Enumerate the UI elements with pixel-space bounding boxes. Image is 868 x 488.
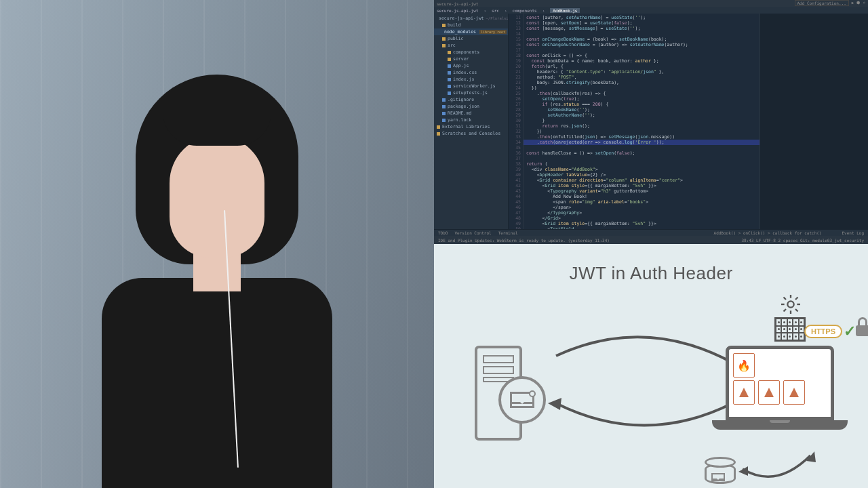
tree-item-package-json[interactable]: package.json [434, 103, 508, 110]
jwt-diagram: JWT in Auth Header [434, 244, 868, 488]
code-editor[interactable]: 11 12 13 14 15 16 17 18 19 20 21 22 23 2… [509, 14, 760, 229]
tree-item-server[interactable]: server [434, 56, 508, 62]
tree-item-serviceworker-js[interactable]: serviceWorker.js [434, 83, 508, 89]
tab-addbook[interactable]: AddBook.js [550, 8, 580, 13]
tree-item--gitignore[interactable]: .gitignore [434, 96, 508, 103]
file-icon [448, 85, 451, 88]
breadcrumb: secure-js-api-jwt › src › components › A… [434, 7, 868, 14]
folder-icon [437, 132, 440, 136]
file-icon [448, 71, 451, 75]
tree-item-secure-js-api-jwt[interactable]: secure-js-api-jwt ~/PluralsightProjects [434, 15, 508, 22]
run-icon[interactable]: ▶ [852, 0, 854, 6]
tab-todo[interactable]: TODO [438, 230, 448, 235]
status-right: 38:43 LF UTF-8 2 spaces Git: module03_jw… [741, 238, 864, 243]
file-icon [448, 92, 451, 95]
folder-icon [442, 44, 446, 47]
lock-icon [854, 317, 868, 336]
gear-icon [781, 295, 800, 314]
firewall-icon [774, 317, 806, 342]
editor-breadcrumb: AddBook() > onClick() > callback for cat… [714, 230, 822, 235]
ide-titlebar: secure-js-api-jwt Add Configuration... ▶… [434, 0, 868, 7]
status-bar: IDE and Plugin Updates: WebStorm is read… [434, 236, 868, 244]
line-gutter: 11 12 13 14 15 16 17 18 19 20 21 22 23 2… [509, 14, 524, 229]
client-laptop-icon: 🔥 [726, 346, 848, 430]
tree-item-readme-md[interactable]: README.md [434, 110, 508, 117]
tree-item-node_modules[interactable]: node_moduleslibrary root [434, 28, 508, 35]
tile-icon [758, 380, 780, 405]
file-icon [442, 112, 446, 115]
svg-line-9 [784, 309, 787, 312]
tree-item-index-js[interactable]: index.js [434, 76, 508, 83]
folder-icon [448, 58, 451, 61]
folder-icon [442, 37, 446, 41]
fire-icon: 🔥 [733, 353, 755, 378]
local-storage-icon [705, 457, 736, 484]
tree-item-src[interactable]: src [434, 42, 508, 49]
folder-icon [442, 24, 446, 27]
bottom-tool-tabs: TODO Version Control Terminal AddBook() … [434, 229, 868, 236]
tree-item-app-js[interactable]: App.js [434, 62, 508, 69]
tree-item-components[interactable]: components [434, 49, 508, 56]
tile-icon [783, 380, 805, 405]
project-tree[interactable]: secure-js-api-jwt ~/PluralsightProjectsb… [434, 14, 509, 229]
svg-line-7 [784, 298, 787, 300]
svg-line-8 [795, 309, 798, 312]
project-name: secure-js-api-jwt [437, 1, 478, 6]
file-icon [442, 119, 446, 122]
request-envelope-icon [498, 376, 546, 424]
file-icon [448, 78, 451, 81]
file-icon [442, 98, 446, 102]
tree-item-build[interactable]: build [434, 22, 508, 28]
tree-item-setuptests-js[interactable]: setupTests.js [434, 89, 508, 96]
tab-terminal[interactable]: Terminal [498, 230, 518, 235]
event-log-button[interactable]: Event Log [842, 230, 864, 235]
code-area[interactable]: const [author, setAuthorName] = useState… [524, 14, 760, 229]
ide-window: secure-js-api-jwt Add Configuration... ▶… [434, 0, 868, 244]
tree-item-scratches-and-consoles[interactable]: Scratches and Consoles [434, 130, 508, 137]
tree-item-external-libraries[interactable]: External Libraries [434, 123, 508, 130]
tree-item-index-css[interactable]: index.css [434, 69, 508, 76]
tab-vcs[interactable]: Version Control [454, 230, 491, 235]
svg-line-10 [795, 298, 798, 300]
status-message: IDE and Plugin Updates: WebStorm is read… [438, 238, 610, 243]
svg-marker-12 [738, 466, 748, 476]
svg-point-2 [787, 301, 793, 307]
debug-icon[interactable]: ⬢ [856, 0, 860, 6]
tile-icon [733, 380, 755, 405]
https-badge: HTTPS ✓ [804, 323, 856, 340]
search-icon[interactable]: ⌕ [863, 0, 865, 6]
minimap[interactable] [760, 14, 868, 229]
diagram-title: JWT in Auth Header [434, 263, 868, 284]
tree-item-public[interactable]: public [434, 35, 508, 42]
svg-marker-1 [548, 398, 561, 410]
folder-icon [437, 125, 440, 129]
file-icon [442, 105, 446, 108]
add-configuration-button[interactable]: Add Configuration... [795, 0, 849, 6]
file-icon [448, 64, 451, 68]
folder-icon [448, 51, 451, 54]
tree-item-yarn-lock[interactable]: yarn.lock [434, 117, 508, 123]
course-thumbnail-photo [0, 0, 434, 488]
